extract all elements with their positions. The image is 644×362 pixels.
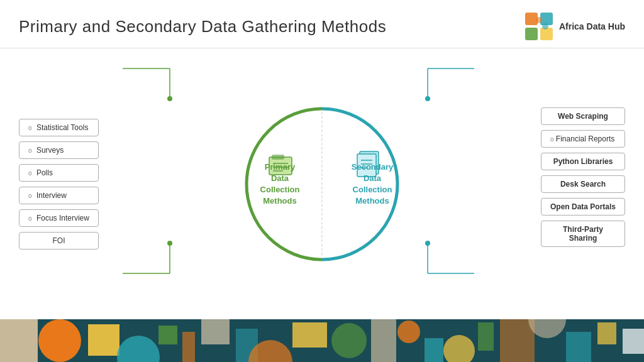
right-items: Web Scraping o Financial Reports Python … bbox=[541, 107, 625, 246]
svg-rect-45 bbox=[478, 322, 494, 351]
list-item: o Surveys bbox=[19, 141, 99, 159]
svg-rect-34 bbox=[158, 326, 177, 344]
svg-rect-2 bbox=[525, 28, 538, 40]
svg-point-17 bbox=[425, 241, 430, 246]
center-diagram: PrimaryDataCollectionMethods SecondaryDa… bbox=[234, 96, 410, 272]
svg-point-11 bbox=[167, 241, 172, 246]
svg-point-4 bbox=[536, 17, 542, 23]
svg-rect-30 bbox=[0, 319, 38, 362]
svg-rect-39 bbox=[292, 322, 327, 348]
svg-point-5 bbox=[542, 23, 548, 30]
bottom-decoration bbox=[0, 319, 644, 362]
svg-rect-46 bbox=[500, 319, 535, 362]
svg-rect-48 bbox=[566, 332, 591, 362]
svg-point-44 bbox=[443, 335, 475, 362]
page-title: Primary and Secondary Data Gathering Met… bbox=[19, 17, 386, 36]
svg-rect-32 bbox=[88, 324, 119, 356]
svg-point-42 bbox=[397, 321, 420, 343]
header: Primary and Secondary Data Gathering Met… bbox=[0, 0, 644, 48]
svg-rect-43 bbox=[425, 338, 443, 362]
secondary-label: SecondaryDataCollectionMethods bbox=[344, 161, 401, 207]
svg-rect-50 bbox=[623, 329, 644, 354]
svg-rect-35 bbox=[182, 332, 195, 362]
logo-area: Africa Data Hub bbox=[524, 11, 625, 41]
svg-rect-36 bbox=[201, 319, 230, 344]
svg-rect-3 bbox=[540, 28, 553, 40]
list-item: Desk Search bbox=[541, 175, 625, 192]
list-item: o Polls bbox=[19, 164, 99, 182]
svg-point-16 bbox=[425, 96, 430, 101]
list-item: Web Scraping bbox=[541, 107, 625, 124]
list-item: o Statistical Tools bbox=[19, 119, 99, 136]
left-items: o Statistical Tools o Surveys o Polls o … bbox=[19, 119, 99, 250]
svg-rect-21 bbox=[272, 155, 284, 160]
logo-icon bbox=[524, 11, 554, 41]
list-item: o Interview bbox=[19, 187, 99, 204]
svg-rect-49 bbox=[597, 322, 616, 344]
svg-rect-1 bbox=[540, 13, 553, 25]
main-content: o Statistical Tools o Surveys o Polls o … bbox=[0, 48, 644, 319]
list-item: o Focus Interview bbox=[19, 209, 99, 227]
list-item: Third-PartySharing bbox=[541, 220, 625, 246]
list-item: FOI bbox=[19, 232, 99, 250]
svg-point-40 bbox=[331, 323, 367, 358]
bottom-bar bbox=[0, 319, 644, 362]
list-item: Open Data Portals bbox=[541, 197, 625, 215]
svg-point-31 bbox=[38, 319, 81, 362]
logo-text: Africa Data Hub bbox=[559, 21, 625, 32]
slide: Primary and Secondary Data Gathering Met… bbox=[0, 0, 644, 362]
primary-label: PrimaryDataCollectionMethods bbox=[252, 161, 308, 207]
list-item: o Financial Reports bbox=[541, 129, 625, 147]
svg-rect-41 bbox=[371, 319, 396, 362]
svg-point-10 bbox=[167, 96, 172, 101]
list-item: Python Libraries bbox=[541, 152, 625, 170]
svg-rect-0 bbox=[525, 13, 538, 25]
svg-point-33 bbox=[117, 336, 160, 362]
